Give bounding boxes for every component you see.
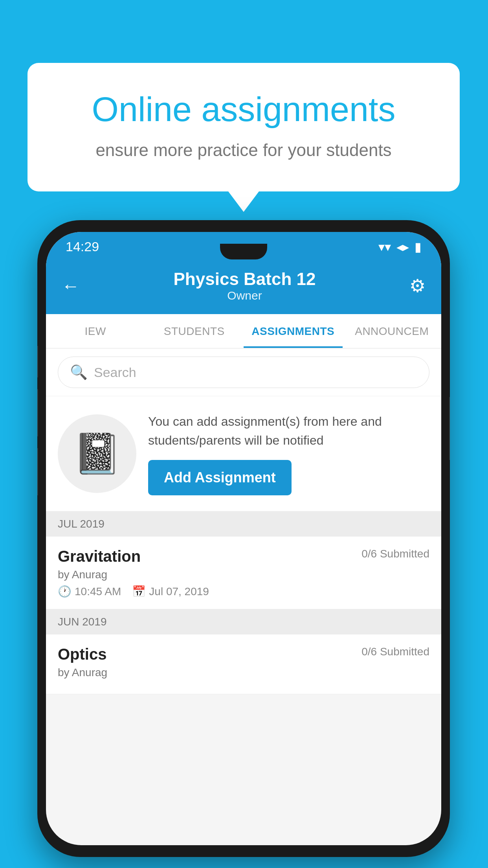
app-header: ← Physics Batch 12 Owner ⚙ [46,261,441,314]
search-icon: 🔍 [70,364,88,381]
header-subtitle: Owner [174,289,316,302]
speech-bubble: Online assignments ensure more practice … [28,63,460,191]
assignment-row-top: Gravitation 0/6 Submitted [58,548,429,565]
tab-assignments[interactable]: ASSIGNMENTS [244,314,343,348]
assignment-name-optics: Optics [58,645,106,663]
assignment-date: Jul 07, 2019 [149,585,209,598]
assignment-submitted: 0/6 Submitted [361,548,429,560]
meta-date: 📅 Jul 07, 2019 [132,585,209,598]
search-input-wrapper[interactable]: 🔍 Search [58,357,429,388]
side-button-vol-up [37,389,38,436]
header-center: Physics Batch 12 Owner [174,269,316,302]
notebook-icon: 📓 [73,430,122,477]
tabs-bar: IEW STUDENTS ASSIGNMENTS ANNOUNCEM [46,314,441,349]
assignment-item-optics[interactable]: Optics 0/6 Submitted by Anurag [46,634,441,694]
month-divider-jul: JUL 2019 [46,511,441,537]
assignment-meta: 🕐 10:45 AM 📅 Jul 07, 2019 [58,585,429,598]
header-title: Physics Batch 12 [174,269,316,289]
assignment-row-top-optics: Optics 0/6 Submitted [58,645,429,663]
assignment-item-gravitation[interactable]: Gravitation 0/6 Submitted by Anurag 🕐 10… [46,537,441,609]
promo-icon-circle: 📓 [58,414,136,493]
assignment-by-optics: by Anurag [58,666,429,679]
search-placeholder: Search [94,365,136,380]
speech-bubble-container: Online assignments ensure more practice … [28,63,460,191]
tab-iew[interactable]: IEW [46,314,145,348]
side-button-power [449,397,450,460]
assignment-time: 10:45 AM [75,585,121,598]
promo-content: You can add assignment(s) from here and … [148,412,429,495]
promo-section: 📓 You can add assignment(s) from here an… [46,396,441,511]
add-assignment-button[interactable]: Add Assignment [148,460,292,495]
promo-text: You can add assignment(s) from here and … [148,412,429,450]
phone-screen: 14:29 ▾▾ ◂▸ ▮ ← Physics Batch 12 Owner ⚙… [46,232,441,845]
side-button-vol-down [37,448,38,495]
wifi-icon: ▾▾ [378,239,391,254]
meta-time: 🕐 10:45 AM [58,585,121,598]
settings-button[interactable]: ⚙ [409,275,426,296]
assignment-name: Gravitation [58,548,141,565]
calendar-icon: 📅 [132,585,146,598]
clock-icon: 🕐 [58,585,72,598]
month-divider-jun: JUN 2019 [46,609,441,634]
search-container: 🔍 Search [46,349,441,396]
tab-announcements[interactable]: ANNOUNCEM [343,314,442,348]
tab-students[interactable]: STUDENTS [145,314,244,348]
back-button[interactable]: ← [62,275,80,296]
signal-icon: ◂▸ [396,239,409,254]
side-button-mute [37,346,38,377]
bubble-title: Online assignments [59,90,428,129]
phone-wrapper: 14:29 ▾▾ ◂▸ ▮ ← Physics Batch 12 Owner ⚙… [37,220,450,857]
status-icons: ▾▾ ◂▸ ▮ [378,239,422,254]
assignment-submitted-optics: 0/6 Submitted [361,645,429,658]
status-time: 14:29 [66,239,99,254]
battery-icon: ▮ [415,239,422,254]
phone-frame: 14:29 ▾▾ ◂▸ ▮ ← Physics Batch 12 Owner ⚙… [37,220,450,857]
bubble-subtitle: ensure more practice for your students [59,140,428,160]
assignment-by: by Anurag [58,568,429,581]
phone-notch [220,244,267,259]
